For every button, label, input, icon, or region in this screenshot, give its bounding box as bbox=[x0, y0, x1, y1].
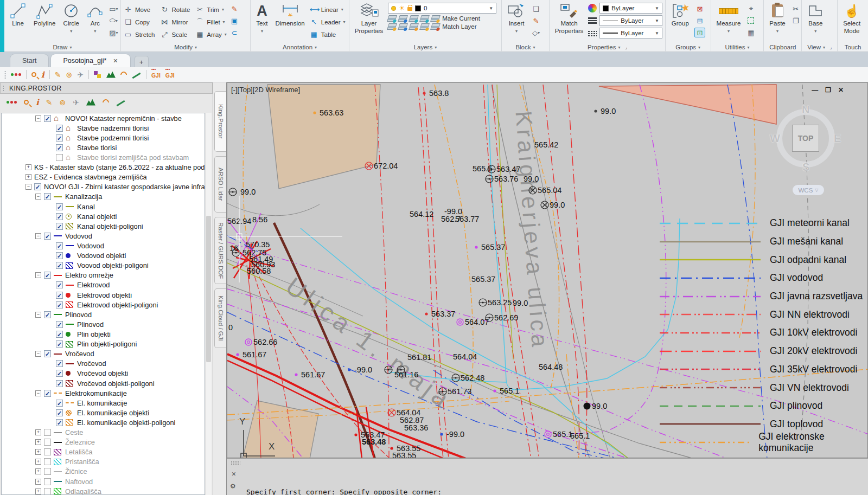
layer-unlock2-icon[interactable] bbox=[419, 23, 430, 30]
side-tab-king-prostor[interactable]: King.Prostor bbox=[214, 91, 226, 152]
terrain-icon[interactable] bbox=[106, 72, 116, 78]
layer-checkbox[interactable]: ✓ bbox=[56, 360, 63, 367]
layer-checkbox[interactable]: ✓ bbox=[56, 419, 63, 426]
tab-start[interactable]: Start bbox=[10, 54, 49, 67]
expand-icon[interactable]: + bbox=[35, 439, 41, 445]
minimize-icon[interactable]: — bbox=[812, 86, 818, 94]
close-icon[interactable]: ✕ bbox=[232, 470, 236, 478]
layer-checkbox[interactable] bbox=[44, 478, 51, 485]
copy-button[interactable]: ❏Copy bbox=[124, 16, 155, 28]
layer-checkbox[interactable]: ✓ bbox=[56, 262, 63, 269]
tree-item[interactable]: ✓El. komunikacije objekti-poligoni bbox=[2, 417, 205, 427]
info-icon[interactable]: i bbox=[41, 71, 44, 79]
layer-lock-icon[interactable] bbox=[419, 15, 430, 22]
collapse-icon[interactable]: − bbox=[35, 351, 41, 357]
collapse-icon[interactable]: − bbox=[35, 115, 41, 121]
panel-title-draw[interactable]: Draw▾ bbox=[4, 42, 120, 52]
info-icon[interactable]: i bbox=[36, 99, 39, 106]
tree-item[interactable]: ✓Kanal objekti-poligoni bbox=[2, 221, 205, 231]
layer-checkbox[interactable]: ✓ bbox=[44, 193, 51, 200]
layer-checkbox[interactable]: ✓ bbox=[44, 350, 51, 357]
tree-item[interactable]: −✓NOVO! GJI - Zbirni kataster gospodarsk… bbox=[2, 182, 205, 192]
wcs-dropdown[interactable]: WCS▽ bbox=[793, 185, 824, 195]
dimension-button[interactable]: Dimension bbox=[272, 2, 307, 28]
tree-item[interactable]: +Odlagališča bbox=[2, 486, 205, 495]
tree-item[interactable]: ⌂Stavbe tlorisi zemljišča pod stavbam bbox=[2, 152, 205, 162]
layer-freeze-icon[interactable] bbox=[398, 15, 408, 22]
base-button[interactable]: Base▾ bbox=[805, 2, 826, 35]
panel-title-modify[interactable]: Modify▾ bbox=[121, 42, 250, 52]
color-dropdown[interactable]: ByLayer ▼ bbox=[599, 3, 662, 14]
panel-title-properties[interactable]: Properties▾⌟ bbox=[550, 42, 665, 52]
create-block-icon[interactable]: ❑ bbox=[531, 4, 541, 14]
panel-title-touch[interactable]: Touch bbox=[838, 42, 868, 52]
quick-calc-icon[interactable]: ▦ bbox=[745, 28, 756, 37]
leader-button[interactable]: ↖Leader▾ bbox=[310, 16, 346, 28]
expand-icon[interactable]: + bbox=[25, 174, 31, 180]
layer-checkbox[interactable]: ✓ bbox=[56, 292, 63, 299]
layer-checkbox[interactable] bbox=[44, 468, 51, 475]
command-line-panel[interactable]: ✕ ⚙ Specify first corner: Specify opposi… bbox=[227, 458, 868, 495]
status-dots-icon[interactable] bbox=[7, 101, 17, 104]
panel-title-clipboard[interactable]: Clipboard bbox=[764, 42, 801, 52]
layer-checkbox[interactable] bbox=[56, 154, 63, 161]
search-icon[interactable] bbox=[24, 100, 29, 105]
match-layer-label[interactable]: Match Layer bbox=[442, 23, 476, 30]
tree-scrollbar[interactable] bbox=[205, 113, 212, 495]
layer-checkbox[interactable]: ✓ bbox=[44, 272, 51, 279]
rings-icon[interactable]: ⊚ bbox=[59, 98, 66, 107]
tree-item[interactable]: ✓Plin objekti-poligoni bbox=[2, 339, 205, 349]
compass-east[interactable]: E bbox=[834, 132, 841, 145]
tree-item[interactable]: ✓Elektrovod bbox=[2, 280, 205, 290]
search-icon[interactable] bbox=[31, 72, 36, 77]
panel-title-annotation[interactable]: Annotation▾ bbox=[251, 42, 349, 52]
pencil-icon[interactable]: ✎ bbox=[55, 70, 61, 79]
tree-item[interactable]: ✓⌂Stavbe nadzemni tlorisi bbox=[2, 123, 205, 133]
select-mode-button[interactable]: ☝ Select Mode bbox=[840, 2, 863, 35]
tree-item[interactable]: −✓Elektro omrežje bbox=[2, 271, 205, 280]
explode-icon[interactable]: ▣ bbox=[229, 16, 240, 25]
tree-item[interactable]: −✓⌂NOVO! Kataster nepremičnin - stavbe bbox=[2, 113, 205, 123]
gji-button-1[interactable]: GJI bbox=[151, 70, 161, 79]
blocks-icon[interactable] bbox=[94, 71, 101, 79]
gji-button-2[interactable]: GJI bbox=[165, 70, 175, 79]
ungroup-icon[interactable]: ⊠ bbox=[694, 4, 705, 14]
view-cube-top-face[interactable]: TOP bbox=[792, 125, 819, 152]
panel-title-groups[interactable]: Groups▾ bbox=[666, 42, 711, 52]
layer-properties-button[interactable]: Layer Properties bbox=[352, 2, 386, 35]
layer-checkbox[interactable]: ✓ bbox=[56, 134, 63, 142]
tree-item[interactable]: +Naftovod bbox=[2, 477, 205, 486]
layer-checkbox[interactable]: ✓ bbox=[56, 213, 63, 220]
layer-checkbox[interactable] bbox=[44, 439, 51, 446]
tree-item[interactable]: −✓Elektrokomunikacije bbox=[2, 388, 205, 398]
tree-item[interactable]: ✓Plinovod bbox=[2, 319, 205, 329]
collapse-icon[interactable]: − bbox=[35, 233, 41, 239]
tree-item[interactable]: ✓Elektrovod objekti-poligoni bbox=[2, 300, 205, 310]
tree-item[interactable]: ✓Kanal objekti bbox=[2, 211, 205, 221]
layer-checkbox[interactable]: ✓ bbox=[44, 233, 51, 240]
compass-north[interactable]: N bbox=[802, 104, 809, 116]
tree-item[interactable]: ✓Kanal bbox=[2, 202, 205, 211]
tree-item[interactable]: +Letališča bbox=[2, 447, 205, 457]
table-button[interactable]: ▦Table bbox=[310, 28, 346, 41]
layer-checkbox[interactable]: ✓ bbox=[56, 340, 63, 348]
layer-thaw-all-icon[interactable] bbox=[398, 23, 408, 30]
layer-checkbox[interactable]: ✓ bbox=[44, 390, 51, 397]
rotate-button[interactable]: ↻Rotate bbox=[160, 3, 190, 16]
layer-checkbox[interactable]: ✓ bbox=[56, 242, 63, 249]
scale-button[interactable]: ⤢Scale bbox=[160, 28, 190, 41]
layer-checkbox[interactable]: ✓ bbox=[56, 331, 63, 338]
text-button[interactable]: A Text▾ bbox=[253, 2, 270, 35]
tree-item[interactable]: ✓Plin objekti bbox=[2, 329, 205, 339]
tree-item[interactable]: ✓El. komunikacije objekti bbox=[2, 408, 205, 417]
paste-button[interactable]: Paste▾ bbox=[767, 2, 788, 35]
lineweight-dropdown[interactable]: ByLayer ▼ bbox=[599, 28, 662, 38]
toolbar-grip[interactable] bbox=[3, 70, 6, 79]
plane-icon[interactable]: ✈ bbox=[73, 98, 79, 107]
tree-item[interactable]: −✓Plinovod bbox=[2, 310, 205, 319]
arc-button[interactable]: Arc▾ bbox=[84, 2, 106, 35]
make-current-label[interactable]: Make Current bbox=[442, 15, 480, 22]
fillet-button[interactable]: ⌒Fillet▾ bbox=[195, 16, 227, 28]
cut-icon[interactable]: ✂ bbox=[790, 4, 801, 14]
mirror-button[interactable]: ⋈Mirror bbox=[160, 16, 190, 28]
